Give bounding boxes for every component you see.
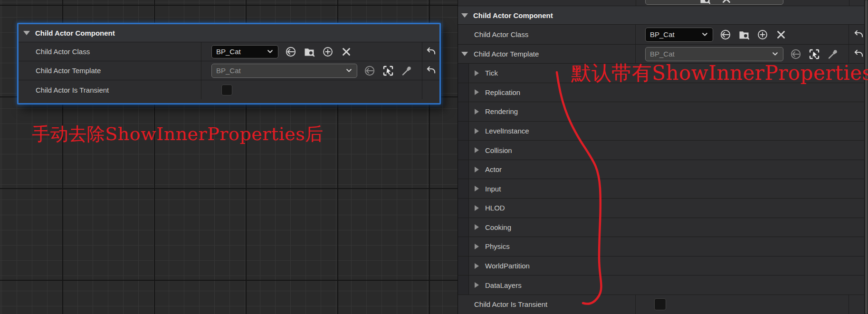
child-actor-is-transient-row: Child Actor Is Transient	[19, 80, 439, 99]
clear-icon[interactable]	[340, 46, 353, 58]
subcategory-row-hlod[interactable]: HLOD	[458, 199, 868, 218]
category-title: Child Actor Component	[35, 29, 115, 37]
category-header-child-actor-component[interactable]: Child Actor Component	[458, 6, 868, 25]
reset-to-default-icon[interactable]	[852, 48, 865, 60]
child-actor-is-transient-row: Child Actor Is Transient	[458, 295, 868, 314]
child-actor-template-row: Child Actor Template BP_Cat	[19, 61, 439, 80]
indent-gutter	[458, 141, 469, 160]
subcategory-label: Input	[485, 185, 501, 193]
use-selected-asset-icon[interactable]	[363, 65, 376, 77]
reset-to-default-icon[interactable]	[425, 46, 437, 58]
subcategory-label: Rendering	[485, 107, 518, 115]
property-label: Child Actor Template	[19, 61, 201, 80]
triangle-right-icon	[475, 205, 479, 211]
chevron-down-icon	[345, 67, 353, 74]
indent-gutter	[458, 257, 469, 276]
use-selected-asset-icon[interactable]	[790, 48, 802, 60]
browse-to-asset-icon	[699, 0, 711, 5]
subcategory-row-rendering[interactable]: Rendering	[458, 102, 868, 122]
chevron-down-icon	[772, 50, 779, 57]
property-label: Child Actor Is Transient	[458, 295, 636, 314]
indent-gutter	[458, 237, 469, 256]
annotation-left-note: 手动去除ShowInnerProperties后	[32, 125, 324, 143]
pick-object-icon[interactable]	[382, 65, 394, 77]
indent-gutter	[458, 199, 469, 218]
indent-gutter	[458, 102, 469, 121]
subcategory-label: DataLayers	[485, 281, 522, 289]
triangle-right-icon	[475, 224, 479, 230]
property-label: Child Actor Is Transient	[19, 80, 201, 99]
clipped-dropdown	[645, 0, 783, 5]
indent-gutter	[458, 83, 469, 102]
category-header-child-actor-component[interactable]: Child Actor Component	[19, 24, 439, 42]
child-actor-template-dropdown[interactable]: BP_Cat	[645, 47, 783, 61]
clear-icon[interactable]	[775, 29, 787, 41]
triangle-right-icon	[475, 244, 479, 249]
property-label: Child Actor Class	[458, 25, 636, 44]
subcategory-row-datalayers[interactable]: DataLayers	[458, 276, 868, 295]
subcategory-row-cooking[interactable]: Cooking	[458, 218, 868, 238]
triangle-right-icon	[475, 89, 479, 95]
chevron-down-icon	[701, 31, 708, 38]
indent-gutter	[458, 179, 469, 198]
triangle-right-icon	[475, 147, 479, 153]
use-selected-asset-icon[interactable]	[719, 29, 732, 41]
triangle-right-icon	[475, 167, 479, 172]
subcategory-label: WorldPartition	[485, 262, 530, 270]
vertical-scrollbar[interactable]	[864, 0, 868, 314]
property-label: Child Actor Class	[19, 42, 201, 61]
triangle-right-icon	[475, 109, 479, 114]
indent-gutter	[458, 122, 469, 141]
eyedropper-icon[interactable]	[401, 65, 413, 77]
child-actor-template-row: Child Actor Template BP_Cat	[458, 45, 868, 64]
category-title: Child Actor Component	[473, 11, 553, 19]
child-actor-class-row: Child Actor Class BP_Cat	[19, 42, 439, 61]
triangle-right-icon	[475, 282, 479, 288]
eyedropper-icon[interactable]	[827, 48, 839, 60]
property-label-group[interactable]: Child Actor Template	[458, 45, 636, 63]
use-selected-asset-icon[interactable]	[285, 46, 297, 58]
subcategory-label: Physics	[485, 242, 510, 250]
subcategory-label: HLOD	[485, 204, 505, 212]
template-subcategories: Tick Replication Rendering LevelInstance…	[458, 64, 868, 295]
subcategory-row-collision[interactable]: Collision	[458, 141, 868, 160]
child-actor-class-row: Child Actor Class BP_Cat	[458, 25, 868, 45]
subcategory-row-levelinstance[interactable]: LevelInstance	[458, 122, 868, 141]
triangle-right-icon	[475, 186, 479, 191]
subcategory-row-actor[interactable]: Actor	[458, 160, 868, 180]
transient-checkbox[interactable]	[221, 85, 232, 95]
browse-to-asset-icon[interactable]	[738, 29, 750, 41]
subcategory-row-physics[interactable]: Physics	[458, 237, 868, 257]
subcategory-label: Cooking	[485, 223, 511, 231]
annotation-right-note: 默认带有ShowInnerProperties	[571, 63, 868, 83]
indent-gutter	[458, 276, 469, 295]
triangle-down-icon	[23, 31, 30, 35]
indent-gutter	[458, 160, 469, 179]
subcategory-row-input[interactable]: Input	[458, 179, 868, 199]
subcategory-label: LevelInstance	[485, 127, 529, 135]
left-details-panel: Child Actor Component Child Actor Class …	[17, 23, 441, 105]
triangle-down-icon	[461, 13, 468, 18]
subcategory-label: Tick	[485, 69, 498, 77]
triangle-down-icon	[461, 52, 468, 56]
indent-gutter	[458, 218, 469, 237]
add-icon[interactable]	[756, 29, 769, 41]
subcategory-row-worldpartition[interactable]: WorldPartition	[458, 257, 868, 276]
child-actor-template-dropdown[interactable]: BP_Cat	[211, 64, 357, 78]
reset-to-default-icon[interactable]	[425, 65, 437, 77]
clear-icon	[720, 0, 733, 5]
transient-checkbox[interactable]	[654, 298, 666, 310]
reset-to-default-icon[interactable]	[852, 29, 865, 41]
right-details-panel: Child Actor Component Child Actor Class …	[458, 0, 868, 314]
child-actor-class-dropdown[interactable]: BP_Cat	[645, 28, 713, 42]
add-icon[interactable]	[322, 46, 334, 58]
scrollbar-thumb[interactable]	[865, 0, 868, 314]
triangle-right-icon	[475, 70, 479, 76]
child-actor-class-dropdown[interactable]: BP_Cat	[211, 45, 278, 58]
browse-to-asset-icon[interactable]	[303, 46, 315, 58]
subcategory-label: Replication	[485, 88, 520, 96]
chevron-down-icon	[267, 48, 274, 55]
subcategory-row-replication[interactable]: Replication	[458, 83, 868, 103]
pick-object-icon[interactable]	[808, 48, 820, 60]
unreal-editor-view: Child Actor Component Child Actor Class …	[0, 0, 868, 314]
